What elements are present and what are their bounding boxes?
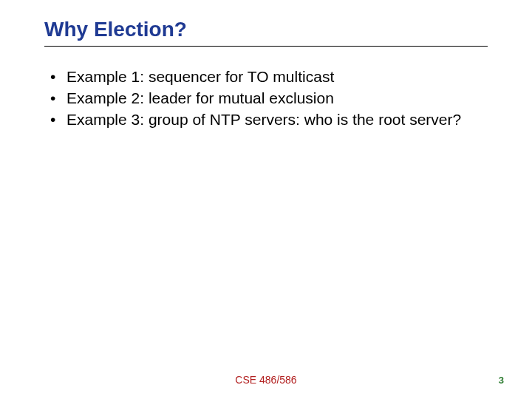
page-number: 3	[499, 375, 504, 386]
list-item: Example 3: group of NTP servers: who is …	[50, 110, 488, 130]
bullet-list: Example 1: sequencer for TO multicast Ex…	[44, 67, 488, 130]
list-item: Example 2: leader for mutual exclusion	[50, 89, 488, 109]
footer-course: CSE 486/586	[0, 374, 532, 386]
slide: Why Election? Example 1: sequencer for T…	[0, 0, 532, 399]
slide-title: Why Election?	[44, 18, 488, 41]
list-item: Example 1: sequencer for TO multicast	[50, 67, 488, 87]
title-underline	[44, 46, 488, 47]
